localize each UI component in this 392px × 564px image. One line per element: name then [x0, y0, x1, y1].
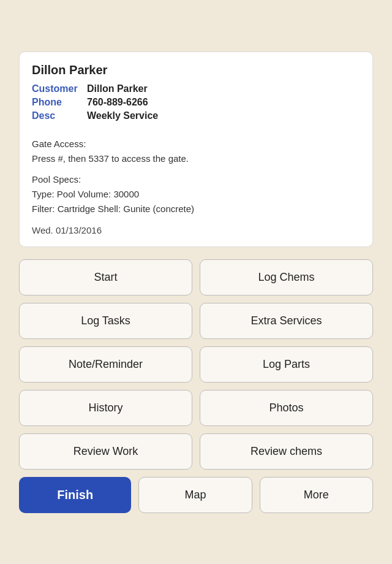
main-card: Dillon Parker Customer Dillon Parker Pho…	[9, 42, 383, 523]
review-work-button[interactable]: Review Work	[19, 433, 192, 470]
finish-button[interactable]: Finish	[19, 477, 131, 513]
customer-value: Dillon Parker	[87, 83, 148, 94]
desc-row: Desc Weekly Service	[32, 110, 360, 121]
desc-value: Weekly Service	[87, 110, 158, 121]
phone-row: Phone 760-889-6266	[32, 97, 360, 108]
gate-access-text: Press #, then 5337 to access the gate.	[32, 151, 360, 166]
desc-label: Desc	[32, 110, 87, 121]
more-button[interactable]: More	[260, 477, 373, 513]
photos-button[interactable]: Photos	[200, 390, 373, 426]
pool-specs-line1: Type: Pool Volume: 30000	[32, 187, 360, 202]
review-chems-button[interactable]: Review chems	[200, 433, 373, 470]
bottom-row: Finish Map More	[19, 477, 373, 513]
gate-access-title: Gate Access:	[32, 137, 360, 151]
history-button[interactable]: History	[19, 390, 192, 426]
start-button[interactable]: Start	[19, 259, 192, 295]
extra-services-button[interactable]: Extra Services	[200, 303, 373, 339]
note-reminder-button[interactable]: Note/Reminder	[19, 346, 192, 383]
phone-value: 760-889-6266	[87, 97, 148, 108]
pool-specs-title: Pool Specs:	[32, 172, 360, 187]
map-button[interactable]: Map	[138, 477, 252, 513]
date-text: Wed. 01/13/2016	[32, 225, 360, 235]
pool-specs-line2: Filter: Cartridge Shell: Gunite (concret…	[32, 202, 360, 216]
log-tasks-button[interactable]: Log Tasks	[19, 303, 192, 339]
notes-section: Gate Access: Press #, then 5337 to acces…	[32, 137, 360, 216]
divider	[32, 129, 360, 129]
info-card: Dillon Parker Customer Dillon Parker Pho…	[19, 51, 373, 247]
customer-label: Customer	[32, 83, 87, 94]
log-parts-button[interactable]: Log Parts	[200, 346, 373, 383]
buttons-grid: Start Log Chems Log Tasks Extra Services…	[19, 259, 373, 470]
log-chems-button[interactable]: Log Chems	[200, 259, 373, 295]
customer-name-title: Dillon Parker	[32, 63, 360, 77]
customer-row: Customer Dillon Parker	[32, 83, 360, 94]
phone-label: Phone	[32, 97, 87, 108]
